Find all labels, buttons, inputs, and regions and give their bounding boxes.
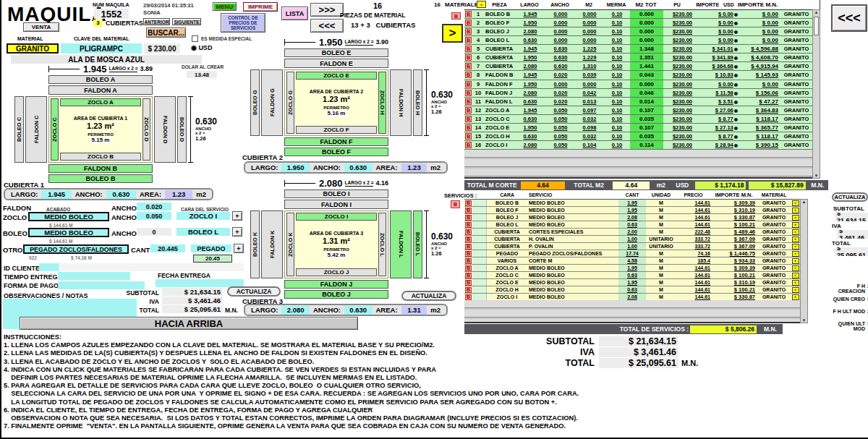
buscar-button[interactable]: BUSCAR...	[146, 27, 186, 38]
tiempo-entrega-input[interactable]	[58, 272, 130, 280]
row-radio-icon[interactable]: ◉	[734, 55, 738, 60]
service-table-row[interactable]: B CUBIERTA P. OVALIN 1.00 UNITARIO 333.7…	[464, 243, 800, 250]
services-scrollbar[interactable]: ▲ ▼	[800, 199, 808, 323]
hacia-arriba-button[interactable]: HACIA ARRIBA	[20, 317, 358, 330]
bar-boleo-f[interactable]: BOLEO F	[284, 148, 388, 156]
row-radio-icon[interactable]: ◉	[734, 38, 738, 43]
material-table-row[interactable]: B 9 FALDON F 1.950 0.000 0.000 0.10 0.00…	[464, 80, 812, 89]
row-b-button[interactable]: B	[465, 244, 472, 250]
bar-boleo-e[interactable]: BOLEO E	[284, 48, 388, 57]
largo-input[interactable]: 1.950	[281, 163, 310, 172]
zoclo-acabado-select[interactable]: MEDIO BOLEO	[28, 212, 109, 221]
row-b-button[interactable]: B	[465, 116, 472, 122]
row-b-button[interactable]: B	[465, 63, 472, 69]
row-radio-icon[interactable]: ◉	[734, 12, 738, 17]
bar-zoclo-h[interactable]: ZOCLO H	[378, 72, 386, 134]
row-b-button[interactable]: B	[465, 265, 472, 271]
bar-faldon-l[interactable]: FALDON L	[390, 210, 412, 278]
bar-faldon-j[interactable]: FALDON J	[284, 280, 388, 289]
row-radio-icon[interactable]: ◉	[734, 72, 738, 77]
row-radio-icon[interactable]: ◉	[734, 116, 738, 122]
bar-faldon-i[interactable]: FALDON I	[284, 200, 388, 209]
scroll-thumb[interactable]	[814, 17, 819, 35]
bar-zoclo-c[interactable]: ZOCLO C	[51, 98, 59, 161]
row-b-button[interactable]: B	[465, 215, 472, 221]
row-b-button[interactable]: B	[465, 11, 472, 17]
row-b-button[interactable]: B	[465, 81, 472, 88]
row-b-button[interactable]: B	[465, 90, 472, 96]
bar-boleo-l[interactable]: BOLEO L	[413, 210, 422, 278]
row-b-button[interactable]: B	[465, 72, 472, 78]
row-b-button[interactable]: B	[465, 200, 472, 206]
service-table-row[interactable]: B BOLEO B MEDIO BOLEO 1.95 M 144.61 $ 30…	[464, 200, 800, 207]
service-table-row[interactable]: B ZOCLO H MEDIO BOLEO 0.63 M 144.61 $ 10…	[464, 286, 800, 294]
scroll-down-icon[interactable]: ▼	[802, 318, 807, 323]
bar-zoclo-j[interactable]: ZOCLO J	[296, 268, 377, 276]
materials-scrollbar[interactable]: ▲ ▼	[812, 9, 820, 179]
service-table-row[interactable]: B VARIOS CORTE M 4.58 M 185.4 $ 934.33 G…	[464, 257, 800, 265]
row-radio-icon[interactable]: ◉	[734, 142, 738, 148]
usd-radio[interactable]: ◉ USD	[191, 44, 212, 51]
row-radio-icon[interactable]: ◉	[734, 125, 738, 130]
bar-zoclo-a[interactable]: ZOCLO A	[60, 98, 141, 106]
row-edit-button[interactable]: ▪	[792, 287, 799, 293]
row-edit-button[interactable]: ▪	[792, 258, 799, 264]
back-button[interactable]: <<<	[310, 19, 344, 33]
row-edit-button[interactable]: ▪	[792, 273, 799, 278]
row-b-button[interactable]: B	[465, 107, 472, 114]
row-b-button[interactable]: B	[465, 273, 472, 278]
row-edit-button[interactable]: ▪	[792, 251, 799, 257]
row-edit-button[interactable]: ▪	[792, 215, 799, 221]
id-cliente-input[interactable]	[39, 263, 59, 271]
otro-add-button[interactable]: +	[234, 244, 244, 253]
control-precios-button[interactable]: CONTROL DE PRECIOS DE SERVICIOS	[221, 13, 265, 33]
service-table-row[interactable]: B BOLEO F MEDIO BOLEO 1.95 M 144.61 $ 31…	[464, 207, 800, 214]
menu-button[interactable]: MENU	[213, 2, 237, 11]
ancho-input[interactable]: 0.630	[344, 163, 373, 172]
row-b-button[interactable]: B	[465, 54, 472, 61]
materiales-b-button[interactable]: B	[451, 12, 461, 20]
zoclo-add-button[interactable]: +	[232, 211, 242, 221]
row-edit-button[interactable]: ▪	[792, 265, 799, 271]
clave-material-input[interactable]: PLIGRAMPC	[61, 43, 142, 54]
bar-faldon-d[interactable]: FALDON D	[154, 96, 176, 163]
row-edit-button[interactable]: ▪	[792, 222, 799, 228]
row-b-button[interactable]: B	[465, 98, 472, 105]
bar-boleo-a[interactable]: BOLEO A	[48, 75, 153, 84]
otro-cara-select[interactable]: PEGADO	[191, 244, 231, 252]
service-table-row[interactable]: B BOLEO J MEDIO BOLEO 2.08 M 144.61 $ 33…	[464, 214, 800, 221]
row-b-button[interactable]: B	[465, 236, 472, 242]
row-b-button[interactable]: B	[465, 229, 472, 235]
venta-button[interactable]: VENTA	[23, 22, 59, 32]
bar-zoclo-b[interactable]: ZOCLO B	[60, 153, 141, 161]
row-radio-icon[interactable]: ◉	[734, 108, 738, 113]
row-radio-icon[interactable]: ◉	[734, 90, 738, 95]
actualiza-cubierta-button[interactable]: ACTUALIZA	[401, 291, 456, 301]
row-edit-button[interactable]: ▪	[792, 280, 799, 286]
material-table-row[interactable]: B 4 BOLEO L 0.630 0.000 0.000 0.10 0.000…	[464, 36, 812, 45]
row-b-button[interactable]: B	[465, 124, 472, 131]
material-table-row[interactable]: B 16 ZOCLO I 2.080 0.050 0.104 0.10 0.11…	[464, 141, 812, 150]
row-edit-button[interactable]: ▪	[792, 294, 799, 300]
row-b-button[interactable]: B	[465, 222, 472, 228]
zoclo-ancho-input[interactable]: 0.050	[137, 212, 171, 220]
forma-pago-input[interactable]	[58, 281, 145, 289]
ancho-input[interactable]: 0.630	[106, 190, 136, 199]
row-edit-button[interactable]: ▪	[792, 208, 799, 213]
bar-boleo-b[interactable]: BOLEO B	[48, 174, 153, 183]
anterior-button[interactable]: ANTERIOR	[143, 18, 170, 25]
row-radio-icon[interactable]: ◉	[734, 46, 738, 51]
forward-button[interactable]: >>>	[310, 3, 344, 17]
material-table-row[interactable]: B 7 CUBIERTA 3 2.080 0.630 1.310 0.10 1.…	[464, 62, 812, 71]
bar-boleo-c[interactable]: BOLEO C	[14, 96, 24, 163]
row-b-button[interactable]: B	[465, 294, 472, 300]
row-radio-icon[interactable]: ◉	[734, 134, 738, 139]
lista-button[interactable]: LISTA	[281, 7, 308, 20]
bar-boleo-i[interactable]: BOLEO I	[284, 189, 388, 198]
bar-zoclo-g[interactable]: ZOCLO G	[286, 72, 294, 134]
bar-boleo-g[interactable]: BOLEO G	[250, 69, 260, 136]
material-table-row[interactable]: B 8 FALDON B 1.945 0.020 0.039 0.10 0.04…	[464, 71, 812, 80]
row-radio-icon[interactable]: ◉	[734, 20, 738, 25]
row-b-button[interactable]: B	[465, 133, 472, 140]
cliente-nombre-field[interactable]	[60, 263, 244, 271]
